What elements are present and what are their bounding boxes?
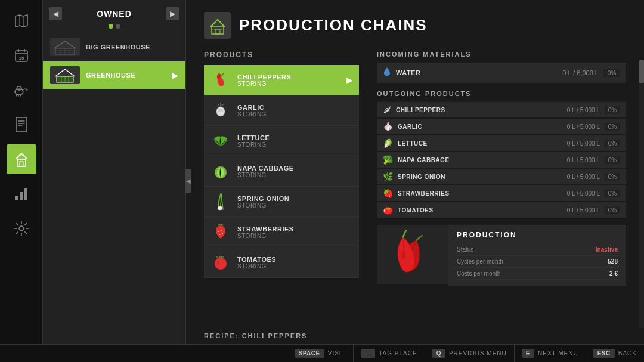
water-name: WATER [396, 69, 558, 76]
product-info-tomatoes: TOMATOES STORING [237, 256, 353, 270]
bottom-bar: SPACE VISIT → TAG PLACE Q PREVIOUS MENU … [0, 344, 644, 362]
water-amount: 0 L / 6,000 L [562, 69, 599, 76]
svg-point-28 [401, 250, 405, 260]
product-icon-spring-onion [210, 191, 231, 212]
svg-rect-13 [212, 27, 224, 34]
building-panel-title: OWNED [97, 9, 132, 18]
kb-key-arrow[interactable]: → [361, 349, 376, 358]
page-header: PRODUCTION CHAINS [204, 12, 626, 39]
products-section-title: PRODUCTS [204, 51, 359, 59]
svg-point-26 [217, 261, 219, 264]
outgoing-row-tomatoes: 🍅 TOMATOES 0 L / 5,000 L 0% [377, 202, 626, 218]
svg-rect-7 [15, 196, 18, 200]
kb-label-prev-menu: PREVIOUS MENU [449, 350, 507, 357]
svg-point-22 [221, 230, 222, 231]
kb-key-space[interactable]: SPACE [295, 349, 324, 358]
outgoing-strawberry-amount: 0 L / 5,000 L [567, 190, 600, 197]
building-item-greenhouse[interactable]: GREENHOUSE ▶ [43, 61, 185, 89]
outgoing-garlic-amount: 0 L / 5,000 L [567, 123, 600, 130]
outgoing-section: OUTGOING PRODUCTS 🌶 CHILI PEPPERS 0 L / … [377, 90, 626, 218]
sidebar-item-greenhouse[interactable] [7, 144, 36, 174]
product-icon-tomatoes [210, 252, 231, 273]
building-arrow: ▶ [172, 70, 178, 80]
outgoing-lettuce-icon: 🥬 [383, 138, 393, 148]
outgoing-chili-icon: 🌶 [383, 105, 391, 115]
kb-key-esc[interactable]: ESC [593, 349, 615, 358]
production-title: PRODUCTION [457, 231, 618, 239]
production-cycles-label: Cycles per month [457, 258, 503, 265]
kb-key-q[interactable]: Q [432, 349, 445, 358]
outgoing-tomato-amount: 0 L / 5,000 L [567, 207, 600, 214]
sidebar-item-stats[interactable] [7, 179, 36, 209]
svg-rect-9 [24, 188, 27, 200]
product-sub-napa-cabbage: STORING [237, 172, 353, 178]
production-info: PRODUCTION Status Inactive Cycles per mo… [448, 225, 626, 286]
product-item-lettuce[interactable]: LETTUCE STORING [204, 126, 359, 156]
building-panel: ◀ OWNED ▶ BIG GREENHOUSE GREENHOUSE ▶ [43, 0, 186, 362]
outgoing-napa-name: NAPA CABBAGE [398, 157, 562, 163]
page-title: PRODUCTION CHAINS [239, 16, 428, 35]
outgoing-row-napa-cabbage: 🥦 NAPA CABBAGE 0 L / 5,000 L 0% [377, 152, 626, 168]
production-costs-label: Costs per month [457, 270, 500, 277]
production-img [377, 225, 448, 284]
product-info-lettuce: LETTUCE STORING [237, 134, 353, 148]
outgoing-row-garlic: 🧄 GARLIC 0 L / 5,000 L 0% [377, 119, 626, 134]
outgoing-row-lettuce: 🥬 LETTUCE 0 L / 5,000 L 0% [377, 135, 626, 151]
product-icon-lettuce [210, 130, 231, 151]
products-col: PRODUCTS CHILI PEPPERS STORING ▶ [204, 51, 359, 286]
building-name-greenhouse: GREENHOUSE [86, 72, 135, 79]
sidebar-item-map[interactable] [7, 6, 36, 36]
outgoing-chili-pct: 0% [605, 106, 620, 114]
product-name-lettuce: LETTUCE [237, 134, 353, 141]
svg-point-3 [17, 86, 21, 90]
scrollbar-track[interactable] [639, 60, 644, 328]
outgoing-row-chili: 🌶 CHILI PEPPERS 0 L / 5,000 L 0% [377, 102, 626, 117]
sidebar-item-documents[interactable] [7, 110, 36, 140]
outgoing-chili-amount: 0 L / 5,000 L [567, 107, 600, 113]
product-name-garlic: GARLIC [237, 104, 353, 111]
product-info-garlic: GARLIC STORING [237, 104, 353, 117]
scrollbar-thumb[interactable] [639, 60, 644, 83]
product-info-spring-onion: SPRING ONION STORING [237, 195, 353, 209]
product-sub-chili: STORING [237, 81, 340, 87]
incoming-section-title: INCOMING MATERIALS [377, 51, 626, 58]
svg-point-23 [219, 234, 220, 235]
kb-group-q: Q PREVIOUS MENU [425, 345, 514, 362]
sidebar: 15 [0, 0, 43, 362]
product-item-napa-cabbage[interactable]: NAPA CABBAGE STORING [204, 156, 359, 187]
production-status-label: Status [457, 246, 473, 253]
sidebar-item-settings[interactable] [7, 214, 36, 243]
outgoing-lettuce-pct: 0% [605, 140, 620, 147]
svg-point-20 [218, 206, 222, 210]
kb-key-e[interactable]: E [522, 349, 534, 358]
product-item-spring-onion[interactable]: SPRING ONION STORING [204, 187, 359, 217]
building-name-big: BIG GREENHOUSE [86, 44, 150, 51]
outgoing-garlic-name: GARLIC [398, 123, 562, 130]
product-sub-strawberries: STORING [237, 233, 353, 239]
svg-point-21 [218, 231, 219, 232]
product-icon-napa-cabbage [210, 160, 231, 182]
next-building-btn[interactable]: ▶ [166, 7, 179, 20]
production-status-row: Status Inactive [457, 244, 618, 256]
kb-group-space: SPACE VISIT [287, 345, 353, 362]
svg-point-24 [222, 233, 223, 234]
water-pct: 0% [603, 69, 620, 77]
outgoing-strawberry-pct: 0% [605, 190, 620, 197]
prev-building-btn[interactable]: ◀ [49, 7, 62, 20]
sidebar-item-calendar[interactable]: 15 [7, 41, 36, 70]
product-icon-strawberries [210, 221, 231, 243]
panel-dots [43, 24, 185, 33]
outgoing-chili-name: CHILI PEPPERS [396, 107, 562, 113]
building-item-big-greenhouse[interactable]: BIG GREENHOUSE [43, 33, 185, 61]
product-item-tomatoes[interactable]: TOMATOES STORING [204, 247, 359, 278]
outgoing-napa-icon: 🥦 [383, 155, 393, 165]
svg-rect-4 [16, 117, 27, 132]
kb-label-visit: VISIT [328, 350, 346, 357]
sidebar-item-animals[interactable] [7, 75, 36, 105]
product-name-tomatoes: TOMATOES [237, 256, 353, 263]
production-status-value: Inactive [596, 246, 618, 253]
product-item-chili-peppers[interactable]: CHILI PEPPERS STORING ▶ [204, 65, 359, 95]
product-item-garlic[interactable]: GARLIC STORING [204, 95, 359, 126]
outgoing-garlic-pct: 0% [605, 123, 620, 131]
product-item-strawberries[interactable]: STRAWBERRIES STORING [204, 217, 359, 247]
